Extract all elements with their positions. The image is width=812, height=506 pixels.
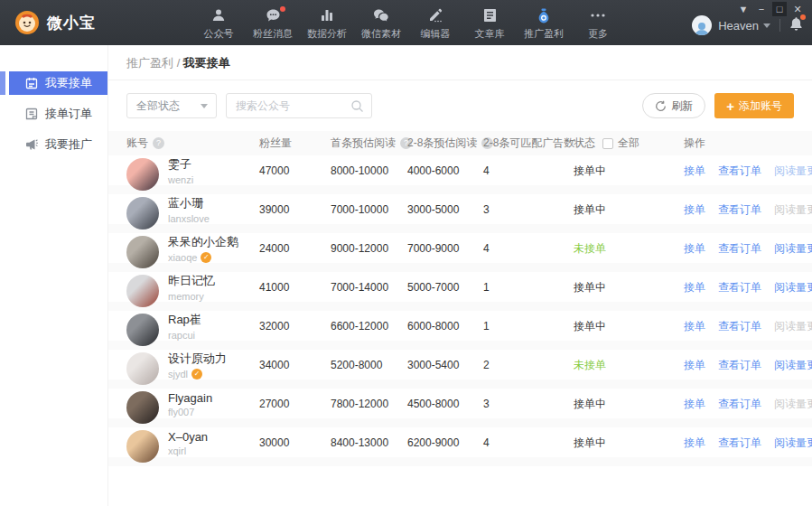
topbar: 微小宝 公众号 粉丝消息 数据分析 <box>0 0 812 45</box>
nav-item-data-analysis[interactable]: 数据分析 <box>300 0 354 45</box>
multi-read-range: 3000-5000 <box>407 203 459 216</box>
nav-label: 微信素材 <box>361 27 401 41</box>
nav-item-public-account[interactable]: 公众号 <box>191 0 246 45</box>
accept-order-link[interactable]: 接单 <box>684 201 705 217</box>
pencil-icon <box>428 8 443 23</box>
table-row: 设计原动力 sjydl 34000 5200-8000 3000-5400 2 … <box>108 350 812 389</box>
minimize-icon[interactable]: − <box>754 2 769 16</box>
first-read-range: 5200-8000 <box>331 359 382 371</box>
search-icon <box>350 99 364 117</box>
breadcrumb-section: 推广盈利 <box>126 56 173 70</box>
table-row: 雯子 wenzi 47000 8000-10000 4000-6000 4 接单… <box>108 155 812 194</box>
view-orders-link[interactable]: 查看订单 <box>718 318 761 333</box>
nav-item-article-library[interactable]: 文章库 <box>462 0 517 45</box>
update-readcount-link[interactable]: 阅读量更新 <box>774 201 812 217</box>
row-actions: 接单 查看订单 阅读量更新 <box>684 240 812 256</box>
accept-order-link[interactable]: 接单 <box>684 279 705 295</box>
accept-order-link[interactable]: 接单 <box>684 240 705 256</box>
search-input[interactable] <box>227 94 371 117</box>
view-orders-link[interactable]: 查看订单 <box>718 396 761 411</box>
nav-label: 公众号 <box>204 27 234 41</box>
verified-icon <box>201 252 211 263</box>
update-readcount-link[interactable]: 阅读量更新 <box>774 435 812 450</box>
account-username: rapcui <box>168 330 195 341</box>
account-cell: X–0yan xqirl <box>168 429 208 455</box>
divider <box>779 19 780 32</box>
add-account-label: 添加账号 <box>739 98 782 114</box>
sidebar-item-order-list[interactable]: 接单订单 <box>0 102 107 126</box>
accept-order-link[interactable]: 接单 <box>684 357 705 372</box>
update-readcount-link[interactable]: 阅读量更新 <box>774 357 812 372</box>
fans-count: 34000 <box>259 359 289 371</box>
update-readcount-link[interactable]: 阅读量更新 <box>774 240 812 256</box>
header-actions: 操作 <box>684 131 705 155</box>
table-row: Flyagain fly007 27000 7800-12000 4500-80… <box>108 389 812 427</box>
app-logo: 微小宝 <box>0 10 191 35</box>
sidebar-item-take-orders[interactable]: 我要接单 <box>9 71 107 95</box>
sidebar-item-label: 我要推广 <box>45 136 92 153</box>
accept-order-link[interactable]: 接单 <box>684 435 705 450</box>
status-all-label: 全部 <box>618 131 639 155</box>
update-readcount-link[interactable]: 阅读量更新 <box>774 163 812 178</box>
account-name: Flyagain <box>168 390 212 404</box>
view-orders-link[interactable]: 查看订单 <box>718 435 761 450</box>
update-readcount-link[interactable]: 阅读量更新 <box>774 396 812 411</box>
maximize-icon[interactable]: □ <box>772 2 787 16</box>
accept-order-link[interactable]: 接单 <box>684 396 705 411</box>
status-text: 接单中 <box>574 279 606 295</box>
status-text: 接单中 <box>574 201 606 217</box>
account-name: Rap崔 <box>168 312 201 328</box>
view-orders-link[interactable]: 查看订单 <box>718 163 761 178</box>
view-orders-link[interactable]: 查看订单 <box>718 240 761 256</box>
status-text: 接单中 <box>574 163 606 178</box>
nav-item-editor[interactable]: 编辑器 <box>408 0 462 45</box>
refresh-button[interactable]: 刷新 <box>642 93 705 118</box>
row-actions: 接单 查看订单 阅读量更新 <box>684 357 812 372</box>
account-cell: 蓝小珊 lanxslove <box>168 195 210 224</box>
table-body: 雯子 wenzi 47000 8000-10000 4000-6000 4 接单… <box>108 155 812 466</box>
help-icon[interactable]: ? <box>153 137 164 149</box>
nav-label: 粉丝消息 <box>253 27 293 41</box>
nav-label: 推广盈利 <box>524 27 564 41</box>
notifications-bell[interactable] <box>789 16 803 34</box>
sidebar-item-promote[interactable]: 我要推广 <box>0 133 107 156</box>
row-actions: 接单 查看订单 阅读量更新 <box>684 201 812 217</box>
multi-read-range: 4500-8000 <box>407 398 459 410</box>
status-filter-dropdown[interactable]: 全部状态 <box>126 93 217 118</box>
refresh-label: 刷新 <box>671 98 693 114</box>
account-username: sjydl <box>168 369 188 380</box>
accept-order-link[interactable]: 接单 <box>684 163 705 178</box>
status-text: 接单中 <box>574 435 606 450</box>
nav-item-fan-messages[interactable]: 粉丝消息 <box>246 0 300 45</box>
table-row: Rap崔 rapcui 32000 6600-12000 6000-8000 1… <box>108 311 812 350</box>
main-content: 推广盈利 / 我要接单 全部状态 刷新 <box>108 45 812 506</box>
view-orders-link[interactable]: 查看订单 <box>718 201 761 217</box>
table-row: 昨日记忆 memory 41000 7000-14000 5000-7000 1… <box>108 272 812 311</box>
nav-item-wechat-material[interactable]: 微信素材 <box>354 0 408 45</box>
fans-count: 27000 <box>259 398 289 410</box>
ad-count: 1 <box>483 320 490 333</box>
nav-item-more[interactable]: 更多 <box>571 0 625 45</box>
multi-read-range: 4000-6000 <box>407 164 459 177</box>
accept-order-link[interactable]: 接单 <box>684 318 705 333</box>
update-readcount-link[interactable]: 阅读量更新 <box>774 279 812 295</box>
status-all-checkbox[interactable] <box>602 138 613 149</box>
account-username: xqirl <box>168 445 186 455</box>
app-logo-icon <box>14 10 40 35</box>
multi-read-range: 5000-7000 <box>407 281 459 294</box>
nav-label: 编辑器 <box>421 27 451 41</box>
header-ad-count: 2-8条可匹配广告数 <box>483 131 574 155</box>
user-name: Heaven <box>718 19 759 33</box>
avatar <box>126 158 159 191</box>
account-username: xiaoqe <box>168 252 197 263</box>
update-readcount-link[interactable]: 阅读量更新 <box>774 318 812 333</box>
first-read-range: 8000-10000 <box>331 164 388 177</box>
add-account-button[interactable]: + 添加账号 <box>714 93 794 118</box>
view-orders-link[interactable]: 查看订单 <box>718 279 761 295</box>
ad-count: 1 <box>483 281 490 294</box>
view-orders-link[interactable]: 查看订单 <box>718 357 761 372</box>
user-area[interactable]: Heaven <box>692 15 803 35</box>
nav-item-promo-profit[interactable]: 推广盈利 <box>517 0 571 45</box>
collapse-icon[interactable]: ▼ <box>736 2 751 16</box>
account-cell: 雯子 wenzi <box>168 156 193 185</box>
